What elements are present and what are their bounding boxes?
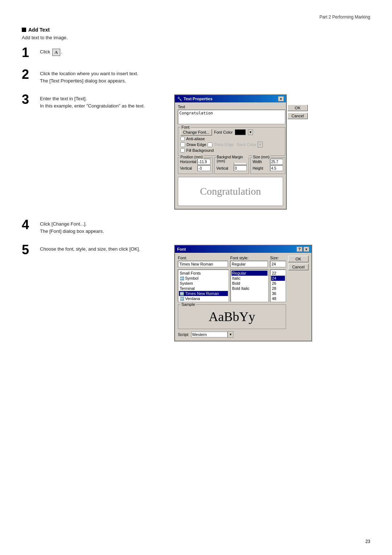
font-color-label: Font Color xyxy=(214,130,233,134)
text-properties-main-content: Text Congratulation Font Change Font... … xyxy=(178,105,285,175)
script-select[interactable] xyxy=(191,332,228,337)
font-dialog-container: Font ? × Font: xyxy=(174,245,370,341)
font-size-item-24[interactable]: 24 xyxy=(271,276,285,281)
font-size-field: Size: xyxy=(270,256,286,267)
sample-legend: Sample xyxy=(180,302,196,307)
antialiase-row: Anti-aliase xyxy=(180,137,283,141)
font-list-item-times-new-roman[interactable]: Times New Roman xyxy=(179,291,228,296)
step-4-number: 4 xyxy=(22,218,40,231)
back-color-dropdown: ▼ xyxy=(258,142,263,147)
backgnd-v-input[interactable] xyxy=(234,165,247,171)
script-row: Script: ▼ xyxy=(178,331,286,338)
font-list-item-verdana[interactable]: Verdana xyxy=(179,296,228,301)
backgnd-v-row: Vertical xyxy=(216,165,247,171)
sample-text: AaBbYy xyxy=(181,308,283,326)
width-row: Width xyxy=(253,159,283,165)
backgnd-margin-legend: Backgnd Margin (mm) xyxy=(216,155,249,163)
text-properties-main-row: Text Congratulation Font Change Font... … xyxy=(178,105,283,175)
text-input[interactable]: Congratulation xyxy=(178,110,285,124)
font-name-input[interactable] xyxy=(178,261,228,267)
width-input[interactable] xyxy=(270,159,283,165)
script-dropdown-arrow[interactable]: ▼ xyxy=(228,331,233,338)
step-3-section: 3 Enter the text in [Text]. In this exam… xyxy=(22,94,370,210)
font-style-item-bold[interactable]: Bold xyxy=(232,281,268,286)
fill-background-checkbox[interactable] xyxy=(180,148,185,153)
text-properties-dialog-container: 🔧 Text Properties × Text Congratulation xyxy=(174,94,370,210)
font-dialog: Font ? × Font: xyxy=(174,245,312,341)
font-style-input[interactable] xyxy=(230,261,268,267)
font-name-label: Font: xyxy=(178,256,228,260)
dialog-title-text: Text Properties xyxy=(184,97,212,101)
step-5-content: Choose the font, style, and size, then c… xyxy=(40,245,174,253)
text-label: Text xyxy=(178,105,285,109)
step-2-content: Click the location where you want to ins… xyxy=(40,69,370,84)
position-section: Position (mm) Horizontal Vertical xyxy=(178,157,285,174)
font-dialog-question-button[interactable]: ? xyxy=(297,247,302,252)
font-size-label: Size: xyxy=(270,256,286,260)
font-color-dropdown[interactable]: ▼ xyxy=(248,129,253,135)
text-properties-close-button[interactable]: × xyxy=(278,96,284,101)
vertical-pos-input[interactable] xyxy=(197,165,211,171)
font-list-item-terminal[interactable]: Terminal xyxy=(179,286,228,291)
font-style-item-bold-italic[interactable]: Bold Italic xyxy=(232,286,268,291)
height-input[interactable] xyxy=(270,165,283,171)
font-style-list[interactable]: Regular Italic Bold Bold Italic xyxy=(230,270,269,302)
font-size-list-container: 22 24 26 28 36 48 72 xyxy=(270,270,286,302)
font-size-list[interactable]: 22 24 26 28 36 48 72 xyxy=(270,270,286,302)
step-1-text: Click xyxy=(40,49,50,54)
text-properties-buttons: OK Cancel xyxy=(287,105,308,119)
font-fields-row: Font: Font style: Size: xyxy=(178,256,286,267)
font-list-item-system[interactable]: System xyxy=(179,281,228,286)
font-dialog-ok-button[interactable]: OK xyxy=(288,256,309,262)
font-size-item-22[interactable]: 22 xyxy=(271,271,285,276)
text-properties-ok-button[interactable]: OK xyxy=(287,105,308,111)
font-dialog-titlebar: Font ? × xyxy=(175,246,311,253)
icon-a-button[interactable]: A xyxy=(52,49,60,56)
horizontal-pos-input[interactable] xyxy=(197,159,211,165)
font-style-label: Font style: xyxy=(230,256,268,260)
font-section: Font Change Font... Font Color ▼ Anti-a xyxy=(178,127,285,156)
font-size-item-36[interactable]: 36 xyxy=(271,291,285,296)
vertical-pos-row: Vertical xyxy=(180,165,211,171)
font-size-input[interactable] xyxy=(270,261,286,267)
thick-edge-checkbox[interactable] xyxy=(208,142,212,147)
text-preview-area: Congratulation xyxy=(178,177,283,206)
step-4-content: Click [Change Font...]. The [Font] dialo… xyxy=(40,220,370,235)
dialog-title-icon: 🔧 xyxy=(177,97,182,101)
step-2-number: 2 xyxy=(22,68,40,81)
font-dialog-close-button[interactable]: × xyxy=(303,247,309,252)
vertical-pos-label: Vertical xyxy=(180,166,196,170)
horizontal-pos-label: Horizontal xyxy=(180,160,196,164)
font-size-item-26[interactable]: 26 xyxy=(271,281,285,286)
position-legend: Position (mm) xyxy=(180,155,204,159)
font-size-item-72[interactable]: 72 xyxy=(271,301,285,302)
draw-edge-checkbox[interactable] xyxy=(180,142,185,147)
font-list[interactable]: Small Fonts Symbol System Terminal Times… xyxy=(178,270,229,302)
font-size-item-48[interactable]: 48 xyxy=(271,296,285,301)
font-dialog-buttons: OK Cancel xyxy=(288,256,309,338)
font-list-item-symbol[interactable]: Symbol xyxy=(179,276,228,281)
backgnd-margin-group: Backgnd Margin (mm) Horizontal Vertical xyxy=(214,157,249,174)
section-title: Add Text xyxy=(22,27,370,33)
font-style-item-italic[interactable]: Italic xyxy=(232,276,268,281)
preview-text: Congratulation xyxy=(200,186,261,197)
font-size-item-28[interactable]: 28 xyxy=(271,286,285,291)
antialiase-checkbox[interactable] xyxy=(180,137,185,141)
font-list-container: Small Fonts Symbol System Terminal Times… xyxy=(178,270,229,302)
font-list-item-small-fonts[interactable]: Small Fonts xyxy=(179,271,228,276)
font-name-field: Font: xyxy=(178,256,228,267)
text-properties-cancel-button[interactable]: Cancel xyxy=(287,113,308,119)
font-style-item-regular[interactable]: Regular xyxy=(232,271,268,276)
font-legend: Font xyxy=(180,125,191,129)
step-5-left: 5 Choose the font, style, and size, then… xyxy=(22,245,174,267)
change-font-button[interactable]: Change Font... xyxy=(180,129,212,135)
step-1-number: 1 xyxy=(22,46,40,59)
size-legend: Size (mm) xyxy=(252,155,270,159)
font-style-list-container: Regular Italic Bold Bold Italic xyxy=(230,270,269,302)
font-style-field: Font style: xyxy=(230,256,268,267)
font-dialog-cancel-button[interactable]: Cancel xyxy=(288,264,309,270)
step-3-content: Enter the text in [Text]. In this exampl… xyxy=(40,94,174,109)
font-dialog-body: Font: Font style: Size: xyxy=(175,253,311,341)
step-1-content: Click A. xyxy=(40,48,370,56)
font-lists-row: Small Fonts Symbol System Terminal Times… xyxy=(178,270,286,302)
